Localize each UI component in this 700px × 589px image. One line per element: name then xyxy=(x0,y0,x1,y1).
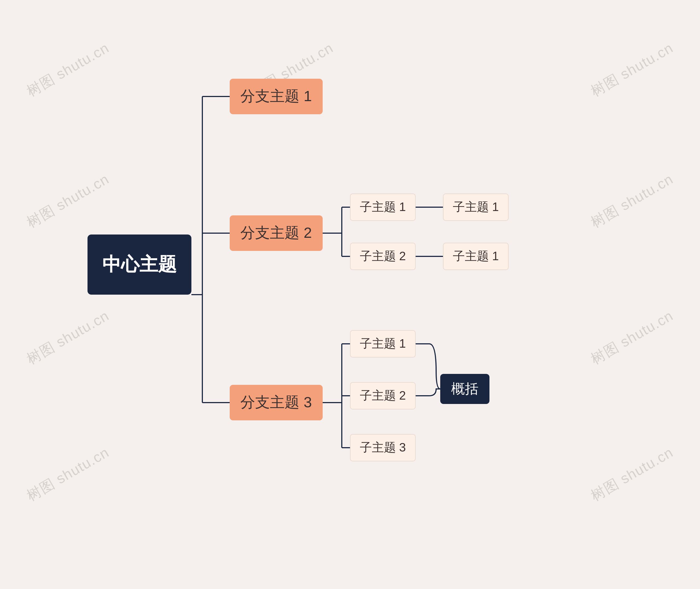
sub-node-2-1[interactable]: 子主题 1 xyxy=(350,194,415,221)
center-node[interactable]: 中心主题 xyxy=(88,234,191,294)
sub-node-3-2[interactable]: 子主题 2 xyxy=(350,382,415,409)
sub-node-2-2[interactable]: 子主题 2 xyxy=(350,243,415,270)
sub-node-3-1[interactable]: 子主题 1 xyxy=(350,330,415,358)
mind-map-diagram: .conn { stroke: #1a2540; stroke-width: 4… xyxy=(49,35,651,554)
branch-node-1[interactable]: 分支主题 1 xyxy=(230,79,323,114)
branch-node-2[interactable]: 分支主题 2 xyxy=(230,215,323,251)
leaf-node-2-2-1[interactable]: 子主题 1 xyxy=(443,243,509,270)
summary-node[interactable]: 概括 xyxy=(440,374,490,404)
leaf-node-2-1-1[interactable]: 子主题 1 xyxy=(443,194,509,221)
connectors-svg: .conn { stroke: #1a2540; stroke-width: 4… xyxy=(49,35,651,554)
sub-node-3-3[interactable]: 子主题 3 xyxy=(350,434,415,461)
branch-node-3[interactable]: 分支主题 3 xyxy=(230,385,323,420)
